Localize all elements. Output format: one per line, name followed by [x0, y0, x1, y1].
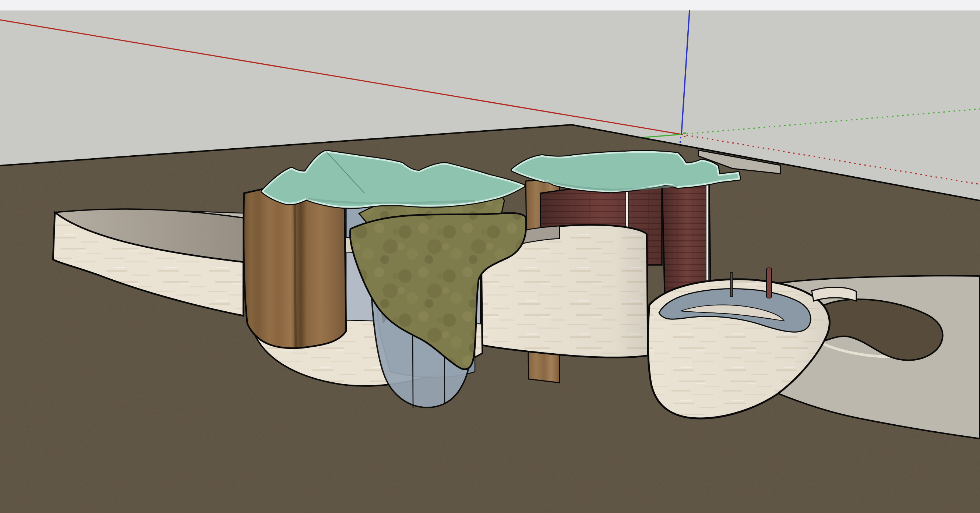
viewport-canvas[interactable] — [0, 0, 980, 513]
courtyard-thin-pole — [730, 272, 733, 297]
courtyard-red-pole[interactable] — [767, 268, 772, 298]
origin-red-tick — [684, 136, 686, 137]
top-bar — [0, 0, 980, 10]
origin-green-tick — [683, 132, 686, 134]
3d-viewport[interactable] — [0, 0, 980, 513]
wood-seam — [294, 181, 296, 347]
